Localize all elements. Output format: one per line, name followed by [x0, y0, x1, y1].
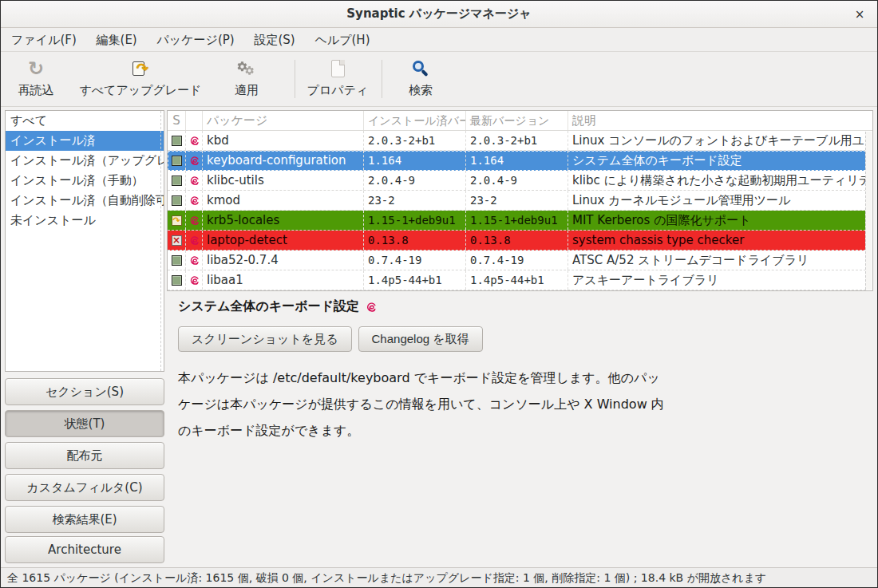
status-installed-icon — [172, 195, 182, 206]
view-screenshot-button[interactable]: スクリーンショットを見る — [178, 326, 352, 352]
table-row-kbd[interactable]: kbd 2.0.3-2+b1 2.0.3-2+b1 Linux コンソールのフォ… — [168, 131, 866, 151]
origin-view-button[interactable]: 配布元 — [5, 442, 164, 469]
description-line: 本パッケージは /etc/default/keyboard でキーボード設定を管… — [178, 365, 873, 391]
titlebar: Synaptic パッケージマネージャ × — [1, 1, 877, 28]
table-row-keyboard-configuration[interactable]: keyboard-configuration 1.164 1.164 システム全… — [168, 151, 866, 171]
menubar: ファイル(F) 編集(E) パッケージ(P) 設定(S) ヘルプ(H) — [1, 28, 877, 52]
reload-button[interactable]: ↻ 再読込 — [7, 57, 65, 101]
toolbar-separator — [295, 60, 295, 98]
debian-swirl-icon — [189, 156, 200, 166]
status-installed-icon — [172, 156, 182, 166]
search-results-view-button[interactable]: 検索結果(E) — [5, 506, 164, 533]
search-icon — [413, 61, 429, 77]
apply-gears-icon — [215, 57, 279, 81]
status-installed-icon — [172, 176, 182, 186]
description-line: のキーボード設定ができます。 — [178, 417, 873, 444]
upgrade-all-icon: ↷ — [132, 60, 149, 77]
table-row-krb5-locales[interactable]: ↷ krb5-locales 1.15-1+deb9u1 1.15-1+deb9… — [168, 211, 866, 231]
table-row-kmod[interactable]: kmod 23-2 23-2 Linux カーネルモジュール管理用ツール — [168, 191, 866, 211]
table-body: kbd 2.0.3-2+b1 2.0.3-2+b1 Linux コンソールのフォ… — [168, 131, 866, 290]
filter-item-installed-manual[interactable]: インストール済（手動） — [6, 171, 164, 191]
reload-icon: ↻ — [28, 59, 44, 78]
toolbar-separator — [382, 60, 382, 98]
get-changelog-button[interactable]: Changelog を取得 — [358, 326, 483, 352]
debian-swirl-icon — [366, 302, 377, 313]
debian-swirl-icon — [189, 275, 200, 286]
window-title: Synaptic パッケージマネージャ — [1, 6, 877, 22]
table-header: S パッケージ インストール済バージョン 最新バージョン 説明 — [168, 111, 872, 131]
architecture-view-button[interactable]: Architecture — [5, 536, 164, 563]
package-details-title: システム全体のキーボード設定 — [178, 298, 359, 315]
filter-item-installed[interactable]: インストール済 — [6, 131, 164, 151]
properties-button[interactable]: プロパティ — [299, 57, 376, 101]
filter-item-installed-autoremovable[interactable]: インストール済（自動削除可 — [6, 191, 164, 211]
menu-file[interactable]: ファイル(F) — [3, 29, 85, 52]
status-view-button[interactable]: 状態(T) — [5, 410, 164, 437]
table-row-libaa1[interactable]: libaa1 1.4p5-44+b1 1.4p5-44+b1 アスキーアートライ… — [168, 270, 866, 290]
debian-swirl-icon — [189, 195, 200, 206]
filter-item-installed-upgradable[interactable]: インストール済（アップグレ — [6, 151, 164, 171]
close-button[interactable]: × — [852, 6, 868, 22]
table-row-klibc-utils[interactable]: klibc-utils 2.0.4-9 2.0.4-9 klibc により構築さ… — [168, 171, 866, 191]
status-installed-icon — [172, 255, 182, 266]
statusbar: 全 1615 パッケージ (インストール済: 1615 個, 破損 0 個, イ… — [1, 567, 877, 588]
menu-settings[interactable]: 設定(S) — [246, 29, 303, 52]
menu-package[interactable]: パッケージ(P) — [149, 29, 243, 52]
description-line: ケージは本パッケージが提供するこの情報を用いて、コンソール上や X Window… — [178, 391, 873, 417]
column-header-description[interactable]: 説明 — [568, 111, 872, 130]
menu-edit[interactable]: 編集(E) — [89, 29, 145, 52]
column-header-installed-version[interactable]: インストール済バージョン — [364, 111, 466, 130]
properties-document-icon — [331, 60, 345, 77]
status-remove-icon: × — [172, 235, 182, 246]
filter-item-not-installed[interactable]: 未インストール — [6, 211, 164, 231]
table-row-liba52[interactable]: liba52-0.7.4 0.7.4-19 0.7.4-19 ATSC A/52… — [168, 251, 866, 270]
toolbar: ↻ 再読込 ↷ すべてアップグレード 適用 プロパティ — [1, 52, 877, 107]
filter-item-all[interactable]: すべて — [6, 111, 164, 131]
status-installed-icon — [172, 136, 182, 146]
package-table: S パッケージ インストール済バージョン 最新バージョン 説明 kbd 2.0.… — [167, 110, 873, 291]
debian-swirl-icon — [189, 215, 200, 226]
menu-help[interactable]: ヘルプ(H) — [307, 29, 378, 52]
apply-button[interactable]: 適用 — [215, 57, 279, 101]
table-vertical-scrollbar[interactable] — [865, 132, 872, 290]
search-button[interactable]: 検索 — [387, 57, 454, 101]
sections-view-button[interactable]: セクション(S) — [5, 378, 164, 405]
table-row-laptop-detect[interactable]: × laptop-detect 0.13.8 0.13.8 system cha… — [168, 231, 866, 251]
synaptic-window: Synaptic パッケージマネージャ × ファイル(F) 編集(E) パッケー… — [0, 0, 878, 588]
column-header-package[interactable]: パッケージ — [203, 111, 364, 130]
column-header-status[interactable]: S — [168, 111, 186, 130]
statusbar-text: 全 1615 パッケージ (インストール済: 1615 個, 破損 0 個, イ… — [7, 571, 766, 584]
status-installed-icon — [172, 275, 182, 286]
debian-swirl-icon — [189, 255, 200, 266]
status-upgrade-icon: ↷ — [172, 215, 182, 226]
debian-swirl-icon — [189, 235, 200, 246]
status-filter-list: すべて インストール済 インストール済（アップグレ インストール済（手動） イン… — [5, 110, 164, 372]
debian-swirl-icon — [189, 176, 200, 186]
column-header-latest-version[interactable]: 最新バージョン — [466, 111, 568, 130]
package-description: 本パッケージは /etc/default/keyboard でキーボード設定を管… — [178, 365, 873, 444]
debian-swirl-icon — [189, 136, 200, 146]
upgrade-all-button[interactable]: ↷ すべてアップグレード — [65, 57, 216, 101]
custom-filters-view-button[interactable]: カスタムフィルタ(C) — [5, 474, 164, 501]
package-details-pane: システム全体のキーボード設定 スクリーンショットを見る Changelog を取… — [167, 292, 873, 563]
column-header-supported[interactable] — [186, 111, 203, 130]
